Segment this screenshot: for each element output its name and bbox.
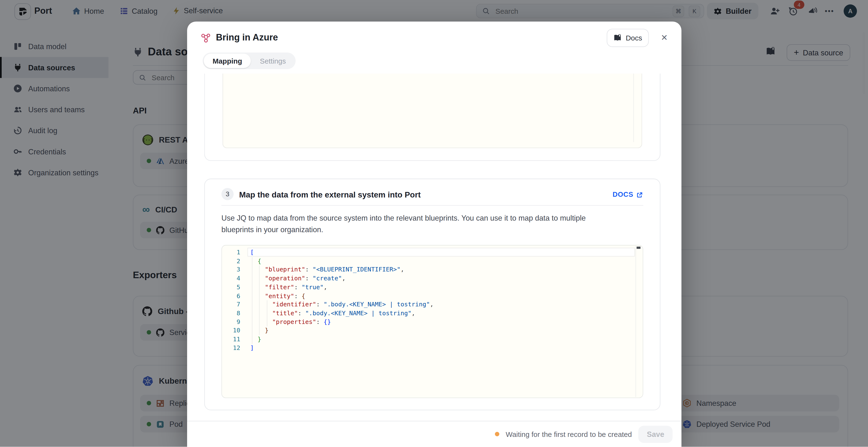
- azure-integration-icon: [200, 33, 212, 44]
- code-line: [: [250, 248, 434, 257]
- status-dot-orange: [495, 432, 499, 436]
- code-line: {: [250, 257, 434, 266]
- code-line: "title": ".body.<KEY_NAME> | tostring",: [250, 309, 434, 318]
- book-icon: [614, 34, 622, 42]
- code-line: }: [250, 326, 434, 335]
- step-3-card: 3 Map the data from the external system …: [204, 179, 660, 410]
- code-line: }: [250, 335, 434, 344]
- editor-scrollbar[interactable]: [633, 73, 634, 142]
- step-docs-label: DOCS: [613, 191, 633, 199]
- tab-mapping[interactable]: Mapping: [204, 54, 251, 68]
- modal-title: Bring in Azure: [216, 32, 278, 43]
- modal-docs-label: Docs: [626, 34, 642, 42]
- modal-footer: Waiting for the first record to be creat…: [187, 421, 681, 447]
- close-icon[interactable]: ✕: [659, 33, 669, 42]
- external-link-icon: [636, 191, 643, 198]
- viewport: Port Home Catalog Self-service ⌘ K Build…: [0, 0, 868, 447]
- step-number: 3: [221, 188, 234, 200]
- step-title: Map the data from the external system in…: [239, 190, 421, 199]
- code-line: "identifier": ".body.<KEY_NAME> | tostri…: [250, 300, 434, 309]
- step-description: Use JQ to map data from the source syste…: [221, 212, 612, 236]
- code-line: "operation": "create",: [250, 274, 434, 283]
- jq-mapping-editor[interactable]: 123456789101112 [ { "blueprint": "<BLUEP…: [221, 245, 643, 398]
- cursor-decoration: [637, 247, 641, 249]
- code-line: ]: [250, 344, 434, 352]
- code-line: "filter": "true",: [250, 283, 434, 291]
- overview-ruler: [636, 246, 636, 397]
- previous-editor-bottom[interactable]: [222, 73, 642, 148]
- line-numbers: 123456789101112: [222, 248, 248, 353]
- code-lines[interactable]: [ { "blueprint": "<BLUEPRINT_IDENTIFIER>…: [250, 248, 434, 353]
- bring-in-azure-modal: Bring in Azure Docs ✕ Mapping Settings 3…: [187, 22, 681, 447]
- code-line: "blueprint": "<BLUEPRINT_IDENTIFIER>",: [250, 266, 434, 274]
- step-docs-link[interactable]: DOCS: [613, 191, 643, 199]
- code-line: "entity": {: [250, 291, 434, 300]
- modal-docs-button[interactable]: Docs: [607, 29, 649, 47]
- modal-tabs: Mapping Settings: [203, 53, 296, 69]
- code-line: "properties": {}: [250, 318, 434, 326]
- tab-settings[interactable]: Settings: [251, 54, 294, 68]
- save-button[interactable]: Save: [639, 425, 673, 443]
- status-text: Waiting for the first record to be creat…: [506, 430, 632, 438]
- step-divider: [221, 205, 643, 206]
